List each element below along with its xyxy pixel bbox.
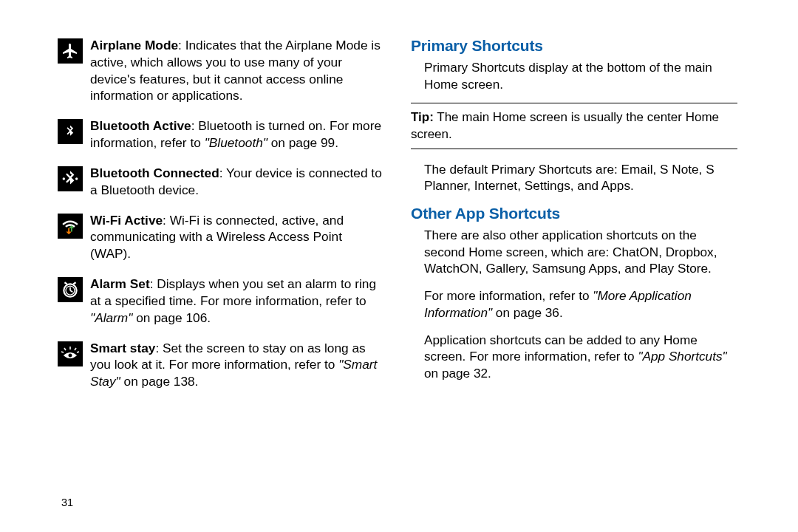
other-app-shortcuts-intro: There are also other application shortcu… xyxy=(424,227,737,277)
row-alarm: Alarm Set: Displays when you set an alar… xyxy=(58,276,383,326)
desc-alarm: Alarm Set: Displays when you set an alar… xyxy=(90,276,383,326)
desc-airplane: Airplane Mode: Indicates that the Airpla… xyxy=(90,37,383,104)
heading-primary-shortcuts: Primary Shortcuts xyxy=(411,37,737,55)
desc-bluetooth-active: Bluetooth Active: Bluetooth is turned on… xyxy=(90,117,383,151)
alarm-icon xyxy=(58,277,83,302)
page: Airplane Mode: Indicates that the Airpla… xyxy=(0,0,798,532)
bluetooth-icon xyxy=(58,119,83,144)
bluetooth-connected-icon xyxy=(58,166,83,191)
left-column: Airplane Mode: Indicates that the Airpla… xyxy=(58,37,398,517)
svg-point-0 xyxy=(63,177,65,180)
desc-bluetooth-connected: Bluetooth Connected: Your device is conn… xyxy=(90,165,383,199)
more-app-info-ref: For more information, refer to "More App… xyxy=(424,287,737,321)
svg-line-13 xyxy=(77,352,79,352)
smart-stay-icon xyxy=(58,341,83,366)
heading-other-app-shortcuts: Other App Shortcuts xyxy=(411,205,737,222)
row-smart-stay: Smart stay: Set the screen to stay on as… xyxy=(58,340,383,390)
divider-bottom xyxy=(411,149,737,149)
svg-line-11 xyxy=(75,348,76,350)
row-bluetooth-active: Bluetooth Active: Bluetooth is turned on… xyxy=(58,117,383,151)
desc-wifi: Wi-Fi Active: Wi-Fi is connected, active… xyxy=(90,212,383,262)
default-shortcuts: The default Primary Shortcuts are: Email… xyxy=(424,161,737,194)
svg-point-8 xyxy=(69,354,71,355)
right-column: Primary Shortcuts Primary Shortcuts disp… xyxy=(398,37,737,517)
svg-marker-2 xyxy=(66,228,71,233)
row-airplane: Airplane Mode: Indicates that the Airpla… xyxy=(58,37,383,104)
app-shortcuts-ref: Application shortcuts can be added to an… xyxy=(424,332,737,382)
desc-smart-stay: Smart stay: Set the screen to stay on as… xyxy=(90,340,383,390)
primary-shortcuts-intro: Primary Shortcuts display at the bottom … xyxy=(424,59,737,92)
svg-line-7 xyxy=(70,290,72,292)
tip-line: Tip: The main Home screen is usually the… xyxy=(411,108,737,143)
svg-line-12 xyxy=(61,352,64,352)
page-number: 31 xyxy=(61,497,73,508)
divider-top xyxy=(411,103,737,103)
row-wifi: Wi-Fi Active: Wi-Fi is connected, active… xyxy=(58,212,383,262)
svg-point-1 xyxy=(75,177,78,180)
svg-line-10 xyxy=(64,348,66,350)
wifi-icon xyxy=(58,214,83,239)
row-bluetooth-connected: Bluetooth Connected: Your device is conn… xyxy=(58,165,383,199)
airplane-icon xyxy=(58,38,83,64)
